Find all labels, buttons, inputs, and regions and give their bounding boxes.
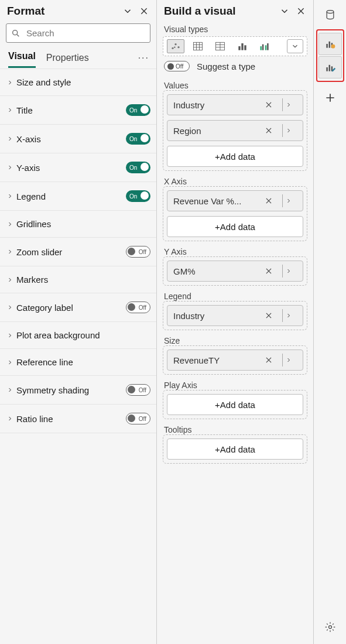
field-well[interactable]: +Add data	[163, 434, 307, 464]
chevron-right-icon	[6, 163, 14, 172]
remove-field-icon[interactable]	[265, 126, 280, 135]
chevron-right-icon	[6, 276, 14, 284]
suggest-toggle[interactable]: Off	[164, 61, 190, 71]
chevron-right-icon	[6, 358, 14, 366]
format-card[interactable]: X-axisOn	[0, 125, 156, 153]
visual-types-expand-button[interactable]	[287, 39, 303, 53]
tab-properties[interactable]: Properties	[46, 53, 89, 68]
remove-field-icon[interactable]	[265, 311, 280, 320]
svg-rect-11	[262, 44, 264, 50]
visual-types-gallery	[163, 36, 307, 56]
chevron-right-icon	[6, 106, 14, 114]
field-menu-chevron-icon[interactable]	[285, 268, 299, 275]
visual-type-clustered-column-icon[interactable]	[256, 39, 273, 53]
add-data-button[interactable]: +Add data	[167, 439, 303, 460]
field-pill[interactable]: Revenue Var %...	[167, 190, 303, 211]
close-icon[interactable]	[296, 6, 306, 16]
add-data-button[interactable]: +Add data	[167, 216, 303, 237]
search-box[interactable]	[6, 23, 150, 43]
toggle-off[interactable]: Off	[126, 246, 150, 258]
field-pill[interactable]: Region	[167, 120, 303, 141]
close-icon[interactable]	[139, 6, 149, 16]
format-card[interactable]: Y-axisOn	[0, 153, 156, 182]
remove-field-icon[interactable]	[265, 197, 280, 205]
field-well[interactable]: IndustryRegion+Add data	[163, 90, 307, 171]
format-card[interactable]: Symmetry shadingOff	[0, 376, 156, 405]
build-visual-pane-icon[interactable]	[318, 33, 342, 55]
chevron-right-icon	[6, 248, 14, 256]
card-label: Plot area background	[16, 330, 100, 340]
well-label: X Axis	[164, 177, 313, 186]
chevron-right-icon	[6, 415, 14, 423]
field-pill[interactable]: Industry	[167, 305, 303, 326]
search-input[interactable]	[25, 28, 145, 39]
visual-type-matrix-icon[interactable]	[211, 39, 229, 53]
chevron-right-icon	[6, 78, 14, 87]
build-title: Build a visual	[164, 5, 235, 18]
build-header: Build a visual	[157, 0, 313, 20]
toggle-on[interactable]: On	[126, 133, 150, 145]
format-card[interactable]: Plot area background	[0, 322, 156, 349]
field-menu-chevron-icon[interactable]	[285, 101, 299, 108]
collapse-chevron-icon[interactable]	[279, 6, 290, 16]
suggest-row: Off Suggest a type	[157, 56, 313, 75]
toggle-off[interactable]: Off	[126, 413, 150, 424]
card-label: Gridlines	[16, 219, 51, 229]
remove-field-icon[interactable]	[265, 267, 280, 275]
format-card[interactable]: Zoom sliderOff	[0, 238, 156, 266]
settings-gear-icon[interactable]	[318, 616, 342, 638]
toggle-off[interactable]: Off	[126, 302, 150, 313]
tab-visual[interactable]: Visual	[8, 51, 36, 68]
field-well[interactable]: +Add data	[163, 390, 307, 419]
field-menu-chevron-icon[interactable]	[285, 127, 299, 134]
add-data-button[interactable]: +Add data	[167, 394, 303, 415]
field-pill[interactable]: GM%	[167, 261, 303, 282]
visual-type-table-icon[interactable]	[189, 39, 207, 53]
field-menu-chevron-icon[interactable]	[285, 357, 299, 364]
format-visual-pane-icon[interactable]	[318, 56, 342, 78]
remove-field-icon[interactable]	[265, 101, 280, 109]
format-card[interactable]: Size and style	[0, 69, 156, 96]
add-data-button[interactable]: +Add data	[167, 146, 303, 167]
collapse-chevron-icon[interactable]	[122, 6, 133, 16]
svg-rect-5	[194, 42, 203, 50]
toggle-on[interactable]: On	[126, 162, 150, 173]
svg-rect-16	[328, 42, 330, 48]
field-pill[interactable]: Industry	[167, 94, 303, 115]
format-card[interactable]: Ratio lineOff	[0, 405, 156, 433]
card-label: Category label	[16, 303, 73, 313]
chevron-right-icon	[6, 303, 14, 311]
format-card[interactable]: Markers	[0, 266, 156, 293]
visual-type-scatter-icon[interactable]	[167, 39, 184, 53]
format-card[interactable]: TitleOn	[0, 96, 156, 125]
field-well[interactable]: Industry	[163, 301, 307, 330]
suggest-toggle-label: Off	[176, 63, 183, 70]
visual-type-column-chart-icon[interactable]	[234, 39, 251, 53]
add-pane-icon[interactable]	[318, 87, 342, 109]
field-well[interactable]: Revenue Var %...+Add data	[163, 186, 307, 241]
remove-field-icon[interactable]	[265, 356, 280, 364]
card-label: Markers	[16, 275, 48, 285]
format-card[interactable]: LegendOn	[0, 182, 156, 211]
field-name: RevenueTY	[173, 355, 265, 365]
card-label: Size and style	[16, 77, 71, 87]
well-label: Y Axis	[164, 247, 313, 256]
toggle-on[interactable]: On	[126, 104, 150, 116]
field-menu-chevron-icon[interactable]	[285, 197, 299, 204]
field-menu-chevron-icon[interactable]	[285, 312, 299, 319]
toggle-on[interactable]: On	[126, 190, 150, 202]
field-pill[interactable]: RevenueTY	[167, 350, 303, 371]
more-options-icon[interactable]: ···	[138, 53, 149, 68]
format-card[interactable]: Category labelOff	[0, 293, 156, 322]
divider	[282, 265, 283, 278]
field-well[interactable]: RevenueTY	[163, 345, 307, 375]
svg-rect-10	[261, 46, 262, 50]
toggle-off[interactable]: Off	[126, 384, 150, 396]
chevron-right-icon	[6, 135, 14, 143]
format-card[interactable]: Reference line	[0, 349, 156, 376]
svg-rect-20	[328, 65, 330, 71]
field-well[interactable]: GM%	[163, 256, 307, 286]
data-pane-icon[interactable]	[318, 4, 342, 26]
card-label: Reference line	[16, 357, 73, 367]
format-card[interactable]: Gridlines	[0, 211, 156, 238]
